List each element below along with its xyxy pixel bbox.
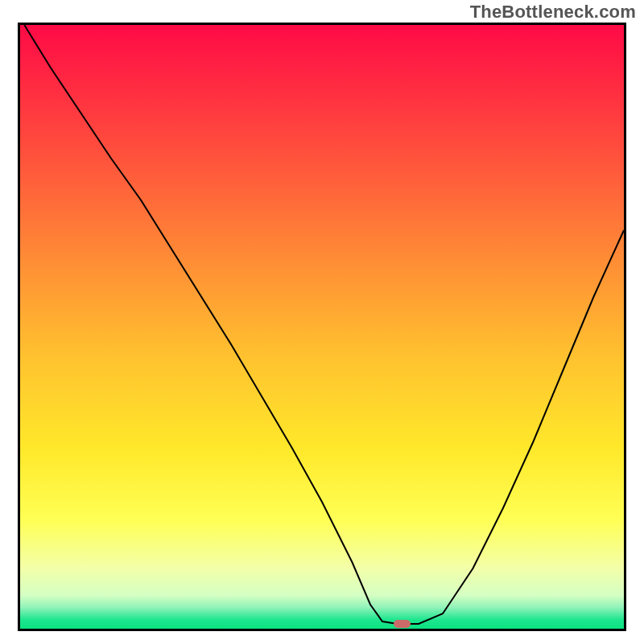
plot-area <box>18 23 626 631</box>
curve-svg <box>20 25 624 629</box>
plot-inner <box>20 25 624 629</box>
watermark-text: TheBottleneck.com <box>470 2 636 23</box>
bottleneck-curve <box>24 25 624 624</box>
optimal-marker <box>394 620 411 629</box>
chart-frame: TheBottleneck.com <box>0 0 644 644</box>
